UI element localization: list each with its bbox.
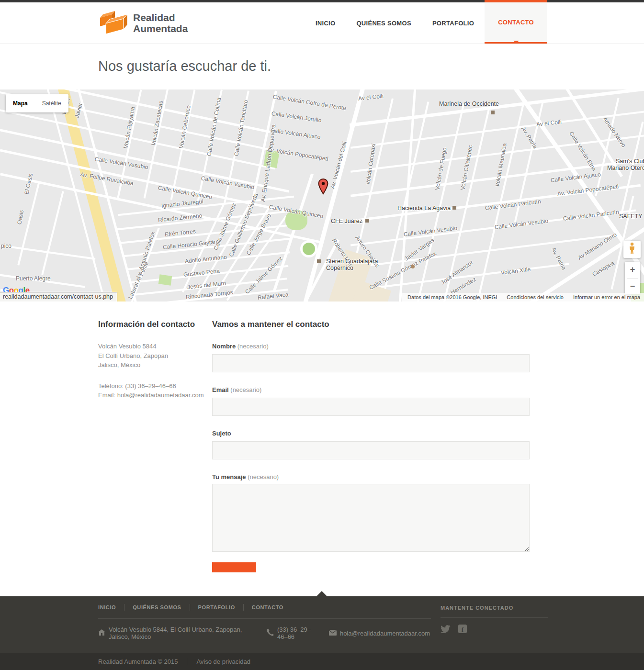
report-error-link[interactable]: Informar un error en el mapa xyxy=(573,294,640,300)
sujeto-label: Sujeto xyxy=(212,429,530,437)
map-street-label: Av Mariano Otero xyxy=(576,231,618,261)
contact-info-section: Información del contacto Volcán Vesubio … xyxy=(98,320,212,572)
map-street-label: El Oasis xyxy=(23,173,34,195)
footer-nav: INICIOQUIÉNES SOMOSPORTAFOLIOCONTACTO xyxy=(98,604,441,611)
logo-boxes-icon xyxy=(98,10,128,36)
map-street-label: Calle Volcán Ajusco xyxy=(270,127,321,141)
address-line: Jalisco, México xyxy=(98,360,212,370)
footer: INICIOQUIÉNES SOMOSPORTAFOLIOCONTACTO Vo… xyxy=(0,596,644,653)
map-street-label: Calle Volcán Jorullo xyxy=(271,110,322,124)
map-street-label: Gustavo Pena xyxy=(183,268,220,278)
privacy-link[interactable]: Aviso de privacidad xyxy=(196,658,250,665)
map-street-label: Calle Volcán de Colima xyxy=(205,97,222,157)
footer-right: MANTENTE CONECTADO f xyxy=(441,604,565,640)
envelope-icon xyxy=(329,630,337,637)
stay-connected-heading: MANTENTE CONECTADO xyxy=(441,605,565,611)
email-line: Email: hola@realidadaumetadaar.com xyxy=(98,391,212,400)
map-park-area xyxy=(158,274,172,285)
map-poi-label: Copérnico xyxy=(326,265,353,271)
phone-line: Teléfono: (33) 36–29–46–66 xyxy=(98,381,212,391)
twitter-icon[interactable] xyxy=(441,625,451,633)
footer-contact-row: Volcán Vesubio 5844, El Collí Urbano, Za… xyxy=(98,626,441,640)
contact-info-heading: Información del contacto xyxy=(98,320,212,329)
map-street-label: Volcán Xitle xyxy=(500,266,531,276)
footer-nav-quienes-somos[interactable]: QUIÉNES SOMOS xyxy=(133,604,181,610)
email-input[interactable] xyxy=(212,398,530,416)
facebook-icon[interactable]: f xyxy=(458,625,467,633)
nav-item-inicio[interactable]: INICIO xyxy=(305,2,346,44)
map-poi-label: Hacienda La Agavia xyxy=(397,205,451,212)
divider xyxy=(243,604,244,611)
map-street-label: Calle Volcán Vesubio xyxy=(94,156,149,170)
map-poi-label: CFE Juárez xyxy=(331,218,362,224)
bank-icon xyxy=(365,219,369,223)
footer-nav-inicio[interactable]: INICIO xyxy=(98,604,116,610)
mensaje-textarea[interactable] xyxy=(212,484,530,552)
map-view-button[interactable]: Mapa xyxy=(6,94,35,112)
footer-bottom-bar: Realidad Aumentada © 2015 Aviso de priva… xyxy=(0,653,644,670)
zoom-in-button[interactable]: + xyxy=(625,262,640,278)
zoom-out-button[interactable]: − xyxy=(625,279,640,295)
pegman-icon xyxy=(628,242,636,257)
divider xyxy=(190,604,190,611)
brand-name: Realidad Aumentada xyxy=(133,12,188,34)
contact-form-section: Vamos a mantener el contacto Nombre (nec… xyxy=(212,320,530,572)
divider xyxy=(441,617,548,618)
submit-button[interactable] xyxy=(212,562,256,572)
map-zoom-control: + − xyxy=(625,262,640,294)
brand-logo[interactable]: Realidad Aumentada xyxy=(98,10,188,36)
map-street-label: Puerto Alegre xyxy=(16,275,51,282)
pegman-control[interactable] xyxy=(623,241,641,258)
terms-link[interactable]: Condiciones del servicio xyxy=(507,294,564,300)
home-icon xyxy=(98,629,105,637)
map-street-label: Calle Volcán Paricutín xyxy=(563,209,619,222)
map-road xyxy=(595,98,619,196)
footer-left: INICIOQUIÉNES SOMOSPORTAFOLIOCONTACTO Vo… xyxy=(98,604,441,640)
map-street-label: Av. Patria xyxy=(550,246,567,271)
copyright-text: Realidad Aumentada © 2015 xyxy=(98,658,178,665)
contact-form-heading: Vamos a mantener el contacto xyxy=(212,320,530,329)
map-marker-icon[interactable] xyxy=(318,179,328,197)
poi-dot-icon xyxy=(411,265,415,268)
page-title: Nos gustaría escuchar de ti. xyxy=(98,58,644,74)
map-street-label: Oasis xyxy=(16,210,25,225)
map-poi-label: SAFETY xyxy=(619,213,643,220)
nombre-input[interactable] xyxy=(212,354,530,372)
map-poi-label: Sam's Club xyxy=(616,158,644,165)
nav-item-contacto[interactable]: CONTACTO xyxy=(485,2,547,44)
map-data-credit: Datos del mapa ©2016 Google, INEGI xyxy=(407,294,497,300)
browser-status-tooltip: realidadaumentadaar.com/contact-us.php xyxy=(0,292,117,302)
mensaje-label: Tu mensaje (necesario) xyxy=(212,472,530,481)
map-road xyxy=(41,191,64,275)
map-roundabout xyxy=(300,240,317,257)
map-street-label: Adolfo Antuñano xyxy=(184,254,227,265)
footer-email[interactable]: hola@realidadaumentadaar.com xyxy=(340,630,430,637)
footer-nav-portafolio[interactable]: PORTAFOLIO xyxy=(198,604,235,610)
map-poi-label: Steren Guadalajara xyxy=(326,258,378,265)
nav-item-portafolio[interactable]: PORTAFOLIO xyxy=(422,2,485,44)
map-poi-label: Marinela de Occidente xyxy=(439,100,499,107)
sujeto-input[interactable] xyxy=(212,441,530,459)
nav-item-quienes-somos[interactable]: QUIÉNES SOMOS xyxy=(346,2,421,44)
social-links: f xyxy=(441,625,565,633)
map-street-label: Amado Nervo xyxy=(601,116,627,148)
bank-icon xyxy=(452,206,456,210)
map-street-label: pico xyxy=(1,243,11,249)
satellite-view-button[interactable]: Satélite xyxy=(35,94,68,112)
nombre-label: Nombre (necesario) xyxy=(212,342,530,350)
header: Realidad Aumentada INICIOQUIÉNES SOMOSPO… xyxy=(0,2,644,44)
map-embed[interactable]: Mapa Satélite + − Google Datos del xyxy=(0,89,644,302)
footer-nav-contacto[interactable]: CONTACTO xyxy=(252,604,283,610)
map-street-label: Calle Volcán Quinceo xyxy=(158,184,213,201)
map-poi-label: Mariano Otero xyxy=(607,165,644,171)
divider xyxy=(124,604,124,611)
address-block: Volcán Vesubio 5844El Collí Urbano, Zapo… xyxy=(98,342,212,370)
address-line: El Collí Urbano, Zapopan xyxy=(98,351,212,361)
main-nav: INICIOQUIÉNES SOMOSPORTAFOLIOCONTACTO xyxy=(305,2,547,44)
address-line: Volcán Vesubio 5844 xyxy=(98,342,212,351)
map-street-label: Calle Volcán Cofre de Perote xyxy=(272,93,347,112)
building-icon xyxy=(491,111,495,114)
divider xyxy=(98,618,431,619)
map-type-control: Mapa Satélite xyxy=(6,94,68,112)
contact-form: Nombre (necesario)Email (necesario)Sujet… xyxy=(212,342,530,552)
